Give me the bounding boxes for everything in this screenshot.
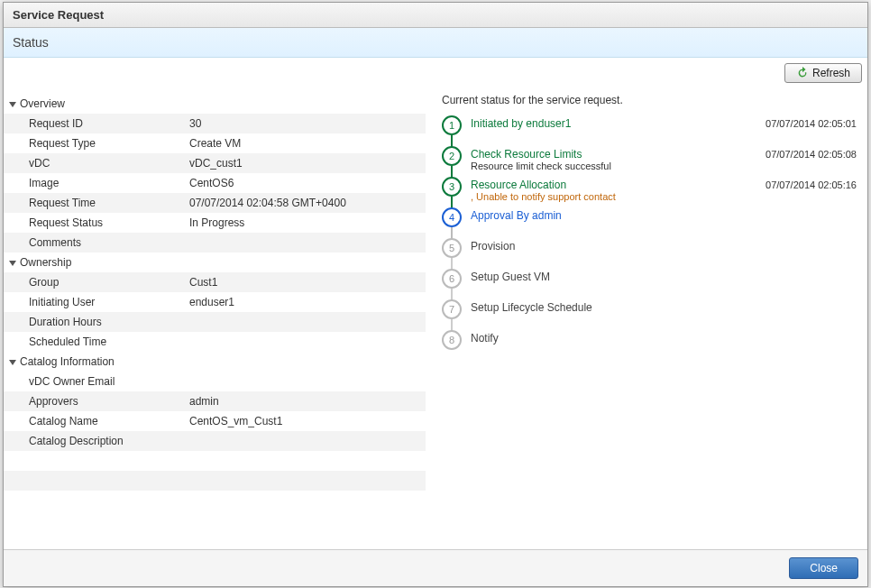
step-title: Setup Lifecycle Schedule xyxy=(471,301,857,314)
service-request-dialog: Service Request Status Refresh Overview … xyxy=(3,2,868,587)
step-number-circle: 8 xyxy=(442,330,462,350)
step-timestamp: 07/07/2014 02:05:16 xyxy=(766,177,860,190)
field-catalog-desc: Catalog Description xyxy=(4,431,426,451)
step-body: Setup Lifecycle Schedule xyxy=(471,299,857,314)
dialog-title: Service Request xyxy=(4,3,867,28)
workflow-step: 1Initiated by enduser107/07/2014 02:05:0… xyxy=(442,115,860,146)
step-timestamp: 07/07/2014 02:05:01 xyxy=(766,115,860,129)
step-subtext: Resource limit check successful xyxy=(471,161,766,171)
workflow-pane: Current status for the service request. … xyxy=(426,58,867,549)
field-group: GroupCust1 xyxy=(4,272,426,292)
field-duration-hours: Duration Hours xyxy=(4,312,426,332)
step-title: Check Resource Limits xyxy=(471,148,766,161)
step-timestamp: 07/07/2014 02:05:08 xyxy=(766,146,860,160)
field-request-id: Request ID30 xyxy=(4,114,426,133)
step-number-circle: 1 xyxy=(442,115,462,135)
step-title: Resource Allocation xyxy=(471,179,766,191)
field-catalog-name: Catalog NameCentOS_vm_Cust1 xyxy=(4,411,426,431)
chevron-down-icon xyxy=(9,102,16,107)
step-body: Notify xyxy=(471,330,857,345)
field-request-status: Request StatusIn Progress xyxy=(4,213,426,233)
details-table: Overview Request ID30 Request TypeCreate… xyxy=(4,94,426,510)
step-timestamp xyxy=(857,330,860,333)
workflow-step: 2Check Resource LimitsResource limit che… xyxy=(442,146,860,177)
step-number-circle: 2 xyxy=(442,146,462,166)
field-scheduled-time: Scheduled Time xyxy=(4,332,426,352)
field-comments: Comments xyxy=(4,233,426,253)
field-initiating-user: Initiating Userenduser1 xyxy=(4,292,426,312)
step-body: Setup Guest VM xyxy=(471,269,857,283)
workflow-step: 5Provision xyxy=(442,238,860,269)
step-body: Check Resource LimitsResource limit chec… xyxy=(471,146,766,171)
step-title: Approval By admin xyxy=(471,209,857,222)
step-title: Initiated by enduser1 xyxy=(471,117,766,130)
field-image: ImageCentOS6 xyxy=(4,173,426,193)
workflow-step: 4Approval By admin xyxy=(442,207,860,238)
step-body: Provision xyxy=(471,238,857,253)
refresh-button[interactable]: Refresh xyxy=(784,63,862,83)
chevron-down-icon xyxy=(9,360,16,365)
workflow-step: 3Resource Allocation, Unable to notify s… xyxy=(442,177,860,207)
details-pane: Overview Request ID30 Request TypeCreate… xyxy=(4,58,426,549)
section-overview[interactable]: Overview xyxy=(4,94,426,114)
workflow-step: 8Notify xyxy=(442,330,860,361)
workflow-step: 6Setup Guest VM xyxy=(442,269,860,299)
field-vdc-owner-email: vDC Owner Email xyxy=(4,372,426,391)
step-timestamp xyxy=(857,299,860,302)
refresh-icon xyxy=(796,67,809,79)
step-title: Setup Guest VM xyxy=(471,271,857,283)
step-subtext: , Unable to notify support contact xyxy=(471,191,766,202)
step-number-circle: 6 xyxy=(442,269,462,289)
workflow-step: 7Setup Lifecycle Schedule xyxy=(442,299,860,330)
status-tab-label: Status xyxy=(4,28,867,58)
dialog-footer: Close xyxy=(4,549,867,586)
step-timestamp xyxy=(857,269,860,271)
field-request-time: Request Time07/07/2014 02:04:58 GMT+0400 xyxy=(4,193,426,213)
step-title: Provision xyxy=(471,240,857,253)
step-number-circle: 5 xyxy=(442,238,462,258)
workflow-steps: 1Initiated by enduser107/07/2014 02:05:0… xyxy=(442,115,860,361)
field-approvers: Approversadmin xyxy=(4,391,426,411)
step-body: Resource Allocation, Unable to notify su… xyxy=(471,177,766,202)
step-number-circle: 7 xyxy=(442,299,462,319)
section-ownership[interactable]: Ownership xyxy=(4,253,426,272)
dialog-content: Refresh Overview Request ID30 Request Ty… xyxy=(4,58,867,549)
chevron-down-icon xyxy=(9,261,16,266)
section-catalog[interactable]: Catalog Information xyxy=(4,352,426,372)
workflow-heading: Current status for the service request. xyxy=(442,94,860,106)
step-timestamp xyxy=(857,238,860,241)
field-request-type: Request TypeCreate VM xyxy=(4,133,426,153)
step-number-circle: 3 xyxy=(442,177,462,197)
step-timestamp xyxy=(857,207,860,210)
step-number-circle: 4 xyxy=(442,207,462,227)
step-title: Notify xyxy=(471,332,857,345)
step-body: Approval By admin xyxy=(471,207,857,222)
close-button[interactable]: Close xyxy=(789,557,858,579)
step-body: Initiated by enduser1 xyxy=(471,115,766,130)
refresh-button-label: Refresh xyxy=(812,67,850,79)
field-vdc: vDCvDC_cust1 xyxy=(4,153,426,173)
